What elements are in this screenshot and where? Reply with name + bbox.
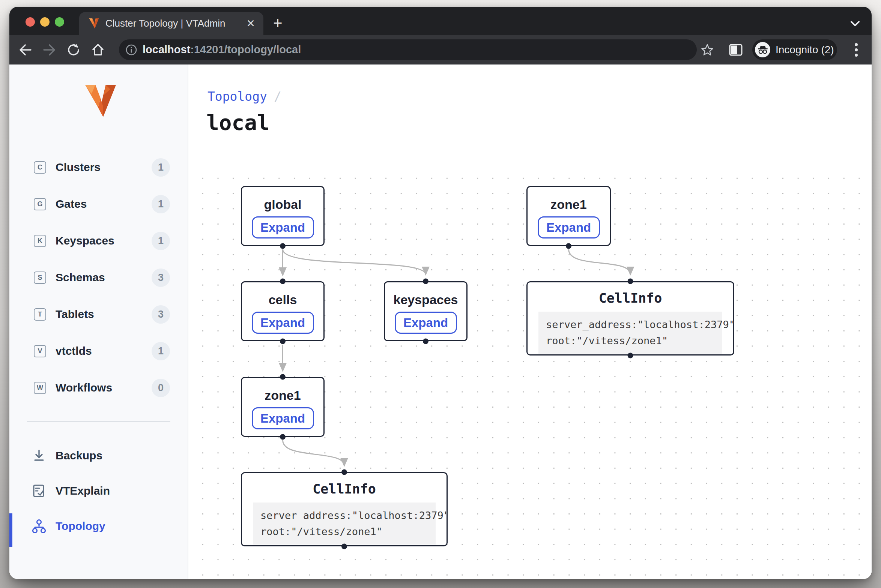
node-global: global Expand [241, 186, 325, 246]
cellinfo-line: root:"/vitess/zone1" [546, 333, 715, 349]
expand-button-cells[interactable]: Expand [252, 312, 314, 334]
edge-zone1-cellinfo [283, 440, 344, 466]
edge-zone1right-cellinfo [569, 249, 631, 274]
browser-window: Cluster Topology | VTAdmin ✕ + loca [9, 7, 872, 579]
cellinfo-line: root:"/vitess/zone1" [260, 524, 428, 540]
node-cells: cells Expand [241, 281, 325, 341]
node-title: keyspaces [393, 292, 458, 307]
node-title: global [264, 197, 301, 212]
topology-graph: global Expand zone1 Expand cells Expand … [9, 7, 872, 579]
cellinfo-line: server_address:"localhost:2379" [546, 316, 715, 333]
node-title: zone1 [550, 197, 586, 212]
node-title: zone1 [265, 388, 301, 403]
cellinfo-line: server_address:"localhost:2379" [260, 507, 428, 524]
node-cellinfo-right: CellInfo server_address:"localhost:2379"… [526, 281, 734, 356]
node-zone1-right: zone1 Expand [526, 186, 611, 246]
node-cellinfo-bottom: CellInfo server_address:"localhost:2379"… [241, 472, 448, 546]
node-title: cells [269, 292, 297, 307]
edge-global-keyspaces [283, 249, 426, 274]
expand-button-keyspaces[interactable]: Expand [395, 312, 457, 334]
expand-button-zone1-right[interactable]: Expand [538, 216, 600, 238]
node-title: CellInfo [599, 291, 662, 306]
node-keyspaces: keyspaces Expand [384, 281, 468, 341]
node-title: CellInfo [313, 482, 376, 496]
node-zone1: zone1 Expand [241, 377, 325, 437]
cellinfo-code-block: server_address:"localhost:2379" root:"/v… [253, 502, 436, 544]
cellinfo-code-block: server_address:"localhost:2379" root:"/v… [538, 312, 722, 354]
expand-button-global[interactable]: Expand [252, 216, 314, 238]
expand-button-zone1[interactable]: Expand [252, 407, 314, 429]
